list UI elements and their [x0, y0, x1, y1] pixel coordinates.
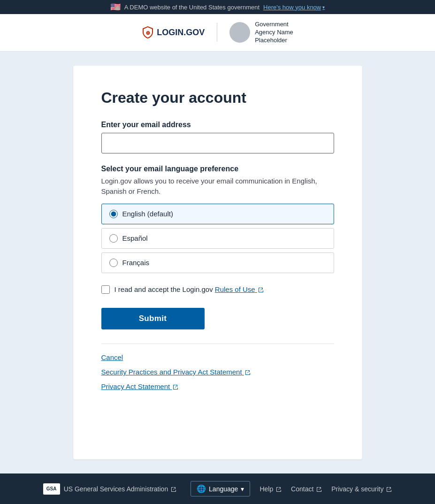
privacy-act-link[interactable]: Privacy Act Statement [101, 382, 334, 390]
site-header: ⊕ LOGIN.GOV GovernmentAgency NamePlaceho… [0, 14, 435, 52]
form-divider [101, 344, 334, 344]
privacy-external-icon [173, 384, 178, 390]
form-card: Create your account Enter your email add… [73, 66, 362, 459]
links-section: Cancel Security Practices and Privacy Ac… [101, 353, 334, 390]
footer-links: 🌐 Language ▾ Help Contact Privacy & secu… [191, 481, 392, 496]
login-gov-logo[interactable]: ⊕ LOGIN.GOV [142, 26, 205, 39]
security-practices-link[interactable]: Security Practices and Privacy Act State… [101, 368, 334, 376]
help-external-icon [276, 487, 282, 492]
radio-english-label: English (default) [122, 210, 173, 218]
email-label: Enter your email address [101, 121, 334, 129]
login-gov-text: LOGIN.GOV [157, 28, 205, 38]
privacy-security-external-icon [386, 487, 392, 492]
header-divider [217, 23, 217, 42]
radio-english-input[interactable] [109, 210, 118, 218]
contact-external-icon [316, 487, 322, 492]
footer-help-link[interactable]: Help [259, 485, 282, 493]
rules-checkbox-group: I read and accept the Login.gov Rules of… [101, 284, 334, 295]
chevron-down-icon: ▾ [322, 5, 325, 10]
radio-francais-label: Français [122, 259, 150, 267]
rules-checkbox[interactable] [101, 285, 110, 294]
security-external-icon [245, 370, 251, 375]
footer-contact-link[interactable]: Contact [291, 485, 322, 493]
gsa-full-name: US General Services Administration [64, 485, 176, 493]
radio-espanol-input[interactable] [109, 234, 118, 243]
radio-francais-input[interactable] [109, 259, 118, 267]
cancel-link[interactable]: Cancel [101, 353, 334, 361]
banner-text: A DEMO website of the United States gove… [124, 4, 259, 11]
lang-pref-label: Select your email language preference [101, 165, 334, 173]
gsa-external-icon [171, 487, 176, 492]
external-link-icon [258, 287, 264, 293]
language-btn-label: Language [209, 485, 238, 493]
main-content: Create your account Enter your email add… [0, 52, 435, 473]
gov-banner: 🇺🇸 A DEMO website of the United States g… [0, 0, 435, 14]
agency-name-text: GovernmentAgency NamePlaceholder [255, 21, 293, 45]
page-title: Create your account [101, 89, 334, 107]
site-footer: GSA US General Services Administration 🌐… [0, 473, 435, 504]
email-input[interactable] [101, 133, 334, 153]
svg-text:⊕: ⊕ [145, 30, 150, 36]
rules-checkbox-label: I read and accept the Login.gov Rules of… [114, 284, 264, 295]
footer-privacy-security-link[interactable]: Privacy & security [331, 485, 392, 493]
heres-how-link[interactable]: Here's how you know ▾ [263, 4, 325, 11]
gsa-section: GSA US General Services Administration [43, 483, 176, 495]
radio-espanol[interactable]: Español [101, 228, 334, 249]
agency-placeholder: GovernmentAgency NamePlaceholder [229, 21, 293, 45]
lang-pref-desc: Login.gov allows you to receive your ema… [101, 176, 334, 197]
email-form-group: Enter your email address [101, 121, 334, 153]
heres-how-label: Here's how you know [263, 4, 321, 11]
radio-francais[interactable]: Français [101, 252, 334, 273]
globe-icon: 🌐 [197, 484, 206, 493]
agency-logo-circle [229, 22, 250, 43]
us-flag-icon: 🇺🇸 [110, 3, 121, 11]
rules-of-use-link[interactable]: Rules of Use [215, 285, 264, 293]
radio-english[interactable]: English (default) [101, 204, 334, 224]
radio-espanol-label: Español [122, 234, 148, 242]
language-pref-group: Select your email language preference Lo… [101, 165, 334, 273]
shield-icon: ⊕ [142, 26, 154, 39]
language-chevron-icon: ▾ [241, 485, 244, 493]
submit-button[interactable]: Submit [101, 308, 205, 329]
gsa-logo: GSA [43, 483, 60, 495]
language-button[interactable]: 🌐 Language ▾ [191, 481, 250, 496]
